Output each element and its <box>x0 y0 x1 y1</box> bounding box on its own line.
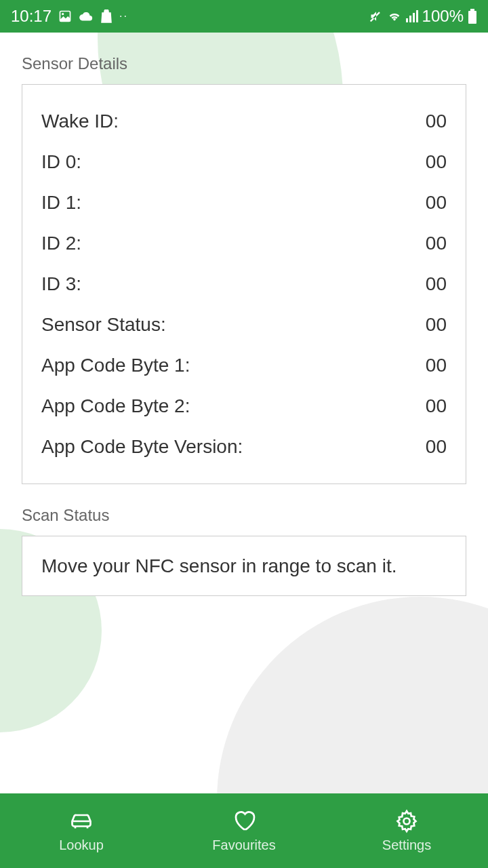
bottom-nav: Lookup Favourites Settings <box>0 793 488 868</box>
detail-row: ID 3: 00 <box>41 264 447 304</box>
scan-status-card: Move your NFC sensor in range to scan it… <box>22 536 466 596</box>
nav-lookup[interactable]: Lookup <box>0 793 163 868</box>
shopping-bag-icon <box>100 9 113 23</box>
nav-lookup-label: Lookup <box>59 837 104 853</box>
svg-point-8 <box>404 818 410 824</box>
status-time: 10:17 <box>11 7 52 26</box>
svg-point-1 <box>62 13 64 15</box>
battery-text: 100% <box>422 7 464 26</box>
scan-status-message: Move your NFC sensor in range to scan it… <box>41 553 447 579</box>
svg-rect-6 <box>470 9 474 11</box>
nav-favourites-label: Favourites <box>212 837 275 853</box>
svg-rect-3 <box>409 16 411 22</box>
detail-value: 00 <box>426 314 447 336</box>
signal-icon <box>406 10 418 22</box>
gear-icon <box>394 809 419 833</box>
detail-row: ID 2: 00 <box>41 223 447 264</box>
detail-label: App Code Byte 2: <box>41 395 190 417</box>
detail-label: ID 2: <box>41 233 81 254</box>
detail-label: ID 1: <box>41 192 81 214</box>
detail-row: Sensor Status: 00 <box>41 304 447 345</box>
nav-favourites[interactable]: Favourites <box>163 793 325 868</box>
sensor-details-label: Sensor Details <box>22 54 466 73</box>
wifi-icon <box>387 10 402 22</box>
detail-label: Wake ID: <box>41 111 119 132</box>
main-content: Sensor Details Wake ID: 00 ID 0: 00 ID 1… <box>0 33 488 639</box>
detail-row: ID 0: 00 <box>41 142 447 182</box>
scan-status-label: Scan Status <box>22 506 466 525</box>
cloud-icon <box>79 10 94 22</box>
svg-rect-2 <box>406 18 408 22</box>
detail-row: App Code Byte Version: 00 <box>41 427 447 467</box>
sensor-details-card: Wake ID: 00 ID 0: 00 ID 1: 00 ID 2: 00 I… <box>22 84 466 484</box>
detail-row: Wake ID: 00 <box>41 101 447 142</box>
image-icon <box>58 9 72 23</box>
detail-label: ID 3: <box>41 273 81 295</box>
detail-value: 00 <box>426 395 447 417</box>
detail-value: 00 <box>426 436 447 458</box>
detail-row: App Code Byte 2: 00 <box>41 386 447 427</box>
battery-icon <box>468 9 477 24</box>
detail-row: ID 1: 00 <box>41 182 447 223</box>
nav-settings-label: Settings <box>382 837 431 853</box>
more-icon: ·· <box>119 10 128 22</box>
heart-icon <box>232 809 256 833</box>
svg-rect-7 <box>468 11 476 24</box>
detail-value: 00 <box>426 111 447 132</box>
detail-value: 00 <box>426 192 447 214</box>
detail-value: 00 <box>426 151 447 173</box>
mute-icon <box>369 9 383 23</box>
nav-settings[interactable]: Settings <box>325 793 488 868</box>
detail-label: App Code Byte 1: <box>41 355 190 376</box>
detail-row: App Code Byte 1: 00 <box>41 345 447 386</box>
status-bar: 10:17 ·· 100% <box>0 0 488 33</box>
car-icon <box>69 809 94 833</box>
detail-label: ID 0: <box>41 151 81 173</box>
detail-value: 00 <box>426 273 447 295</box>
svg-rect-5 <box>416 10 418 22</box>
detail-label: App Code Byte Version: <box>41 436 243 458</box>
detail-value: 00 <box>426 355 447 376</box>
svg-rect-4 <box>413 13 415 22</box>
detail-label: Sensor Status: <box>41 314 166 336</box>
detail-value: 00 <box>426 233 447 254</box>
